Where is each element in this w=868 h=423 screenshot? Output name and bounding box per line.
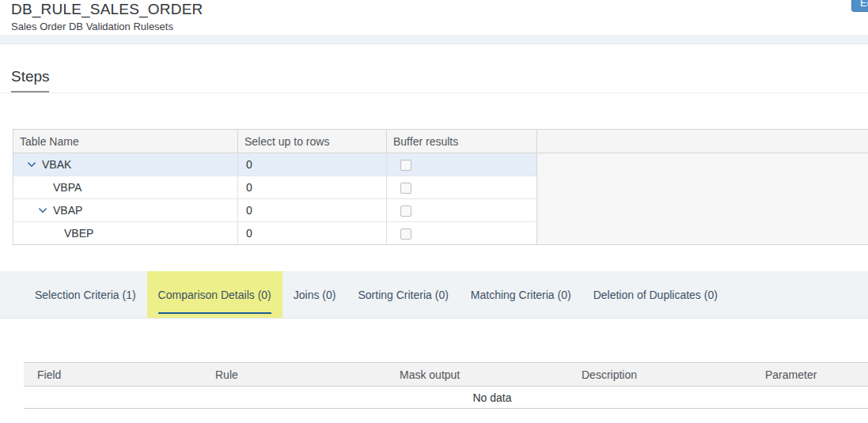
select-up-to-rows-value: 0 <box>246 181 252 194</box>
select-up-to-rows-cell: 0 <box>238 153 387 176</box>
anchor-tab-steps[interactable]: Steps <box>11 68 50 85</box>
column-header-buffer-results[interactable]: Buffer results <box>387 130 537 153</box>
steps-table-container: Table Name Select up to rows Buffer resu… <box>13 129 868 245</box>
steps-table: Table Name Select up to rows Buffer resu… <box>13 129 868 245</box>
tab-label: Deletion of Duplicates (0) <box>593 289 718 301</box>
column-header-parameter[interactable]: Parameter <box>752 363 868 387</box>
table-name-cell: VBAK <box>13 153 238 176</box>
buffer-results-checkbox[interactable] <box>400 183 411 194</box>
steps-table-row-vbap[interactable]: VBAP0 <box>13 199 868 222</box>
column-header-filler <box>537 130 868 153</box>
buffer-results-cell <box>387 176 537 199</box>
row-filler-cell <box>537 199 868 222</box>
table-name-cell: VBEP <box>13 222 238 245</box>
tab-selection-criteria[interactable]: Selection Criteria (1) <box>24 271 147 318</box>
select-up-to-rows-cell: 0 <box>238 222 387 245</box>
header-divider-band <box>0 35 868 44</box>
select-up-to-rows-cell: 0 <box>238 199 387 222</box>
row-filler-cell <box>537 153 868 176</box>
buffer-results-cell <box>387 199 537 222</box>
buffer-results-checkbox[interactable] <box>400 206 411 217</box>
column-header-table-name[interactable]: Table Name <box>13 130 238 153</box>
tab-bar: Selection Criteria (1)Comparison Details… <box>0 271 868 319</box>
column-header-mask-output[interactable]: Mask output <box>386 363 568 387</box>
column-header-select-up-to-rows[interactable]: Select up to rows <box>238 130 387 153</box>
table-name-label: VBPA <box>53 181 81 194</box>
table-name-cell: VBPA <box>13 176 238 199</box>
tab-sorting-criteria[interactable]: Sorting Criteria (0) <box>347 271 459 318</box>
tab-label: Selection Criteria (1) <box>35 289 136 301</box>
no-data-row: No data <box>24 387 868 409</box>
steps-table-header-row: Table Name Select up to rows Buffer resu… <box>13 130 868 153</box>
row-filler-cell <box>537 222 868 245</box>
anchor-bar-divider <box>0 93 868 93</box>
buffer-results-checkbox[interactable] <box>400 160 411 171</box>
buffer-results-checkbox[interactable] <box>400 228 411 240</box>
edit-button[interactable]: Edit <box>851 0 868 12</box>
tab-label: Comparison Details (0) <box>158 289 271 301</box>
buffer-results-cell <box>387 222 537 245</box>
object-page: DB_RULE_SALES_ORDER Sales Order DB Valid… <box>0 0 868 423</box>
tab-joins[interactable]: Joins (0) <box>282 271 347 318</box>
column-header-field[interactable]: Field <box>24 363 202 387</box>
no-data-message: No data <box>24 387 868 409</box>
tab-deletion-of-duplicates[interactable]: Deletion of Duplicates (0) <box>582 271 729 318</box>
select-up-to-rows-value: 0 <box>246 158 252 171</box>
page-title: DB_RULE_SALES_ORDER <box>11 1 203 18</box>
table-name-cell: VBAP <box>13 199 238 222</box>
comparison-table-container: Field Rule Mask output Description Param… <box>24 362 868 409</box>
steps-table-row-vbak[interactable]: VBAK0 <box>13 153 868 176</box>
column-header-rule[interactable]: Rule <box>202 363 386 387</box>
table-name-label: VBAP <box>53 204 82 217</box>
select-up-to-rows-value: 0 <box>246 204 252 217</box>
chevron-down-icon[interactable] <box>38 205 47 217</box>
buffer-results-cell <box>387 153 537 176</box>
table-name-label: VBAK <box>42 158 71 171</box>
tab-comparison-details[interactable]: Comparison Details (0) <box>147 271 282 318</box>
steps-table-row-vbpa[interactable]: VBPA0 <box>13 176 868 199</box>
comparison-table-header-row: Field Rule Mask output Description Param… <box>24 363 868 387</box>
select-up-to-rows-value: 0 <box>246 227 252 240</box>
row-filler-cell <box>537 176 868 199</box>
column-header-description[interactable]: Description <box>568 363 752 387</box>
tab-matching-criteria[interactable]: Matching Criteria (0) <box>460 271 582 318</box>
comparison-table: Field Rule Mask output Description Param… <box>24 362 868 409</box>
table-name-label: VBEP <box>64 227 93 240</box>
steps-table-row-vbep[interactable]: VBEP0 <box>13 222 868 245</box>
page-subtitle: Sales Order DB Validation Rulesets <box>11 21 173 32</box>
tab-label: Joins (0) <box>294 289 336 301</box>
select-up-to-rows-cell: 0 <box>238 176 387 199</box>
tab-label: Matching Criteria (0) <box>471 289 571 301</box>
tab-label: Sorting Criteria (0) <box>358 289 448 301</box>
chevron-down-icon[interactable] <box>27 159 36 172</box>
